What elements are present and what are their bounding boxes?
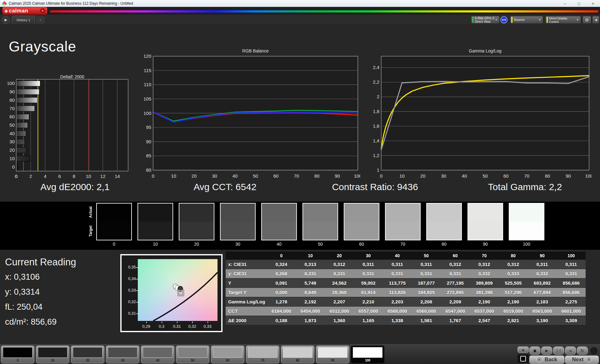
play-button[interactable]: ▶ [541, 347, 552, 355]
pattern-button-70[interactable]: 70 [246, 346, 279, 363]
swatch-actual [303, 204, 338, 222]
table-cell: 0,332 [470, 269, 499, 278]
range-button[interactable]: [‒] [553, 347, 564, 355]
tab-history-1[interactable]: History 1 [12, 16, 35, 24]
swatch-70 [385, 203, 421, 240]
add-tab-button[interactable]: + [36, 17, 44, 23]
pattern-button-20[interactable]: 20 [71, 346, 104, 363]
pattern-button-10[interactable]: 10 [36, 346, 69, 363]
table-cell: 0,091 [267, 278, 296, 288]
svg-text:90: 90 [9, 89, 15, 94]
svg-text:2: 2 [29, 174, 32, 179]
maximize-button[interactable]: □ [572, 0, 586, 7]
pattern-swatch [248, 347, 278, 358]
table-cell: 6557,000 [354, 307, 383, 316]
table-cell: 0,331 [412, 269, 441, 278]
meter-dropdown[interactable]: X-Rite i1Pro 3 Direct View ▼ [471, 16, 500, 24]
collapse-panel-button[interactable]: ◀ [592, 16, 599, 24]
table-cell: 59,002 [354, 278, 383, 288]
table-cell: 0,331 [441, 269, 470, 278]
svg-text:60: 60 [503, 173, 509, 179]
table-cell: 3,309 [557, 316, 586, 325]
back-button[interactable]: «Back [529, 356, 564, 364]
table-cell: 677,894 [528, 288, 557, 297]
pattern-button-60[interactable]: 60 [211, 346, 244, 363]
table-cell: 6184,000 [267, 307, 296, 316]
swatch-level-label: 90 [468, 242, 503, 247]
pattern-button-90[interactable]: 90 [316, 346, 349, 363]
table-row: ΔE 20000,1881,9731,3601,1651,3381,5811,7… [226, 316, 586, 325]
close-button[interactable]: × [586, 0, 600, 7]
deltae-chart-svg: 0246810121400102030405060708090100 [8, 78, 131, 181]
next-button[interactable]: Next» [565, 356, 599, 364]
settings-button[interactable]: ⚙ [582, 16, 591, 24]
table-cell: 61,914 [354, 288, 383, 297]
swatch-actual [97, 204, 131, 222]
pattern-swatch [108, 347, 138, 358]
pattern-button-40[interactable]: 40 [141, 346, 174, 363]
calman-menu-button[interactable]: ◈ calman ▼ [2, 7, 47, 14]
pattern-button-50[interactable]: 50 [176, 346, 209, 363]
svg-text:20: 20 [9, 147, 15, 153]
pattern-button-0[interactable]: 0 [1, 346, 34, 363]
display-control-label: Direct Display Control [549, 17, 576, 23]
pattern-button-30[interactable]: 30 [106, 346, 139, 363]
minimize-button[interactable]: – [558, 0, 572, 7]
table-cell: 3,190 [528, 316, 557, 325]
table-cell: 2,547 [470, 316, 499, 325]
svg-text:50: 50 [253, 173, 258, 179]
stop-pattern-button[interactable] [517, 354, 529, 363]
svg-text:0: 0 [15, 174, 18, 179]
table-cell: 0,311 [354, 260, 383, 269]
swatch-level-label: 40 [261, 242, 297, 247]
cie-y-tick: 0,33 [124, 288, 136, 293]
rgb-balance-chart-title: RGB Balance [153, 48, 358, 53]
play-arrow-icon: ▶ [5, 18, 7, 22]
gamma-chart-title: Gamma Log/Log [381, 48, 589, 53]
swatch-target [262, 222, 296, 240]
svg-text:0: 0 [380, 173, 382, 179]
swatch-actual [468, 204, 502, 222]
source-status-bar [511, 17, 512, 23]
svg-text:80: 80 [146, 167, 151, 173]
reading-fl: fL: 250,04 [5, 302, 42, 312]
swatch-actual [262, 204, 296, 222]
page-title: Grayscale [9, 38, 76, 55]
continuous-button[interactable]: ∞ [565, 347, 576, 355]
svg-text:40: 40 [462, 173, 467, 179]
pattern-button-100[interactable]: 100 [351, 346, 384, 363]
swatch-actual [427, 204, 461, 222]
display-control-dropdown[interactable]: Direct Display Control ▼ [545, 16, 581, 24]
svg-text:4: 4 [44, 174, 46, 179]
plus-icon: + [39, 18, 41, 22]
loop-button[interactable]: ↻ [577, 347, 588, 355]
table-cell: 1,360 [325, 316, 354, 325]
pattern-level-label: 90 [316, 359, 349, 362]
deltae-bar-30 [16, 139, 25, 145]
svg-text:0: 0 [152, 173, 154, 179]
table-row-label: CCT [226, 307, 267, 316]
pattern-button-80[interactable]: 80 [281, 346, 314, 363]
swatch-target [97, 222, 131, 240]
svg-text:1,8: 1,8 [373, 109, 379, 114]
swatch-target [303, 222, 338, 240]
reading-cdm2: cd/m²: 856,69 [5, 317, 57, 327]
table-cell: 0,333 [499, 269, 528, 278]
tab-scroll-button[interactable]: ▶ [2, 16, 10, 24]
source-dropdown[interactable]: Source ▼ [510, 16, 543, 24]
pattern-swatch [143, 347, 172, 358]
cie-y-tick: 0,32 [124, 299, 136, 304]
svg-text:50: 50 [482, 173, 488, 179]
table-cell: 389,809 [470, 278, 499, 288]
scroll-up-button[interactable]: ▲ [518, 347, 529, 353]
meter-count-badge: 625 [500, 16, 508, 23]
stop-button[interactable]: ■ [529, 347, 540, 355]
swatch-0 [96, 203, 132, 240]
svg-text:70: 70 [294, 173, 299, 179]
table-cell: 1,278 [267, 297, 296, 306]
pattern-swatch [318, 347, 348, 358]
table-cell: 2,203 [383, 297, 412, 306]
table-col-header-40: 40 [383, 252, 412, 260]
swatch-actual [221, 204, 255, 222]
gamma-loglog-chart: 11,21,41,61,822,22,401020304050607080901… [369, 54, 592, 181]
